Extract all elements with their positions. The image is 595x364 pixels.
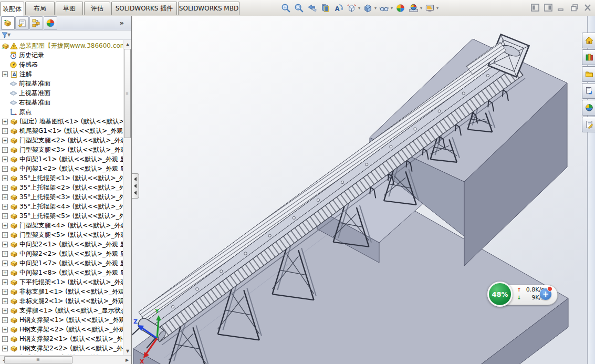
expand-icon[interactable]: + xyxy=(2,138,8,143)
scroll-down-icon[interactable]: ▼ xyxy=(123,347,132,355)
tree-item-25[interactable]: +下平托辊架<1> (默认<<默认>_外观 xyxy=(0,277,123,287)
apply-scene-icon[interactable] xyxy=(408,2,420,14)
tree-item-8[interactable]: +(固定) 地基图纸<1> (默认<<默认>_外 xyxy=(0,117,123,126)
tree-item-2[interactable]: 传感器 xyxy=(0,60,123,69)
tree-filter-bar[interactable]: ▼ xyxy=(0,30,131,40)
tree-item-21[interactable]: +中间架2<1> (默认<<默认>_外观 显示 xyxy=(0,240,123,249)
expand-icon[interactable]: + xyxy=(2,261,8,266)
apply-scene-dropdown-caret[interactable]: ▾ xyxy=(420,6,422,11)
tree-item-16[interactable]: +35°上托辊架<3> (默认<<默认>_外观 xyxy=(0,192,123,202)
design-library-tab[interactable] xyxy=(582,49,595,65)
tree-item-18[interactable]: +35°上托辊架<5> (默认<<默认>_外观 xyxy=(0,211,123,221)
expand-icon[interactable]: + xyxy=(2,175,8,181)
tree-item-1[interactable]: 历史记录 xyxy=(0,50,123,60)
close-button[interactable] xyxy=(583,4,592,14)
tree-item-26[interactable]: +非标支腿1<1> (默认<<默认>_外观 显 xyxy=(0,287,123,296)
speed-ball-widget[interactable]: 48% ↑ 0.8K/s ↓ 9K/s + xyxy=(487,282,558,307)
section-view-icon[interactable] xyxy=(319,2,331,14)
file-explorer-tab[interactable] xyxy=(582,66,595,82)
tab-2[interactable]: 草图 xyxy=(56,2,83,15)
minimize-button[interactable] xyxy=(557,4,566,14)
solidworks-resources-tab[interactable] xyxy=(582,33,595,48)
expand-icon[interactable]: + xyxy=(2,147,8,153)
tree-item-6[interactable]: 右视基准面 xyxy=(0,98,123,107)
tree-item-22[interactable]: +中间架2<2> (默认<<默认>_外观 显示 xyxy=(0,249,123,258)
hide-show-items-icon[interactable] xyxy=(378,2,390,14)
tree-item-17[interactable]: +35°上托辊架<4> (默认<<默认>_外观 xyxy=(0,202,123,211)
hscroll-thumb[interactable]: ☰ xyxy=(4,356,72,363)
toggle-left-pane-button[interactable] xyxy=(531,4,539,14)
hide-show-items-dropdown-caret[interactable]: ▾ xyxy=(391,6,393,11)
expand-icon[interactable]: + xyxy=(2,204,8,210)
graphics-viewport[interactable]: Y Z X xyxy=(132,16,587,364)
propertymanager-tab[interactable] xyxy=(15,16,29,30)
tree-item-11[interactable]: +门型架支腿<3> (默认<<默认>_外观 xyxy=(0,145,123,154)
tab-0[interactable]: 装配体 xyxy=(0,2,24,16)
tree-item-32[interactable]: +H钢支撑架2<2> (默认<<默认>_外观 xyxy=(0,344,123,353)
view-orientation-dropdown-caret[interactable]: ▾ xyxy=(358,6,360,11)
memory-percent-ball[interactable]: 48% xyxy=(487,282,513,307)
panel-splitter[interactable] xyxy=(132,173,139,199)
custom-properties-tab[interactable] xyxy=(582,117,595,132)
expand-icon[interactable]: + xyxy=(2,346,8,351)
tree-item-7[interactable]: 原点 xyxy=(0,107,123,117)
displaymanager-tab[interactable] xyxy=(44,16,57,30)
zoom-to-area-icon[interactable] xyxy=(293,2,305,14)
expand-icon[interactable]: + xyxy=(2,242,8,247)
tree-item-13[interactable]: +中间架1<2> (默认<<默认>_外观 显示 xyxy=(0,164,123,173)
featuremanager-tree-tab[interactable] xyxy=(1,16,15,30)
appearances-scenes-tab[interactable] xyxy=(582,100,595,116)
display-style-dropdown-caret[interactable]: ▾ xyxy=(374,6,377,11)
tree-item-28[interactable]: +支撑腿<1> (默认<<默认>_显示状态 xyxy=(0,306,123,315)
expand-icon[interactable]: + xyxy=(2,128,8,134)
scroll-up-icon[interactable]: ▲ xyxy=(123,40,132,48)
expand-icon[interactable]: + xyxy=(2,185,8,191)
tree-horizontal-scrollbar[interactable]: ◀ ☰ ▶ xyxy=(0,355,131,364)
tree-item-27[interactable]: +非标支腿2<1> (默认<<默认>_外观 显 xyxy=(0,296,123,306)
tree-item-30[interactable]: +H钢支撑架<2> (默认<<默认>_外观 显 xyxy=(0,325,123,334)
scroll-right-icon[interactable]: ▶ xyxy=(123,356,131,364)
configurationmanager-tab[interactable] xyxy=(29,16,43,30)
expand-icon[interactable]: + xyxy=(2,308,8,314)
tree-vertical-scrollbar[interactable]: ▲ ≡ ▼ xyxy=(123,40,131,355)
tree-item-19[interactable]: +门型架支腿<4> (默认<<默认>_外观 xyxy=(0,221,123,230)
tree-item-10[interactable]: +门型架支腿<2> (默认<<默认>_外观 xyxy=(0,136,123,145)
tab-3[interactable]: 评估 xyxy=(84,2,110,15)
view-orientation-icon[interactable] xyxy=(346,2,358,14)
expand-icon[interactable]: + xyxy=(2,194,8,200)
view-settings-dropdown-caret[interactable]: ▾ xyxy=(436,6,439,11)
expand-icon[interactable]: + xyxy=(2,336,8,342)
tree-item-5[interactable]: 上视基准面 xyxy=(0,88,123,98)
tab-5[interactable]: SOLIDWORKS MBD xyxy=(178,2,239,15)
previous-view-icon[interactable] xyxy=(306,2,318,14)
tree-item-29[interactable]: +H钢支撑架<1> (默认<<默认>_外观 显 xyxy=(0,315,123,325)
tree-item-31[interactable]: +H钢支撑架2<1> (默认<<默认>_外观 xyxy=(0,334,123,344)
expand-icon[interactable]: + xyxy=(2,298,8,304)
tree-item-24[interactable]: +中间架1<8> (默认<<默认>_外观 显示 xyxy=(0,268,123,277)
tree-item-12[interactable]: +中间架1<1> (默认<<默认>_外观 显示 xyxy=(0,154,123,164)
view-palette-tab[interactable] xyxy=(582,83,595,99)
expand-icon[interactable]: + xyxy=(2,317,8,323)
tree-item-20[interactable]: +门型架支腿<5> (默认<<默认>_外观 xyxy=(0,230,123,240)
rotate-view-icon[interactable]: A xyxy=(332,2,345,14)
expand-icon[interactable]: + xyxy=(2,71,8,77)
expand-icon[interactable]: + xyxy=(2,213,8,219)
view-settings-icon[interactable] xyxy=(424,2,436,14)
expand-icon[interactable]: + xyxy=(2,157,8,162)
expand-icon[interactable]: + xyxy=(2,327,8,332)
expand-icon[interactable]: + xyxy=(2,251,8,257)
tree-item-14[interactable]: +35°上托辊架<1> (默认<<默认>_外观 xyxy=(0,173,123,183)
edit-appearance-icon[interactable] xyxy=(394,2,406,14)
expand-icon[interactable]: + xyxy=(2,289,8,295)
expand-icon[interactable]: + xyxy=(2,166,8,172)
display-style-icon[interactable] xyxy=(362,2,374,14)
tab-1[interactable]: 布局 xyxy=(25,2,55,15)
toggle-right-pane-button[interactable] xyxy=(544,4,552,14)
zoom-to-fit-icon[interactable] xyxy=(280,2,292,14)
tree-item-3[interactable]: +A注解 xyxy=(0,69,123,79)
tree-item-23[interactable]: +中间架1<7> (默认<<默认>_外观 显示 xyxy=(0,258,123,268)
expand-icon[interactable]: + xyxy=(2,270,8,276)
tree-item-4[interactable]: 前视基准面 xyxy=(0,79,123,88)
tree-item-0[interactable]: 总装配图【开拔网www.386600.com】 xyxy=(0,41,123,50)
tab-4[interactable]: SOLIDWORKS 插件 xyxy=(111,2,177,15)
